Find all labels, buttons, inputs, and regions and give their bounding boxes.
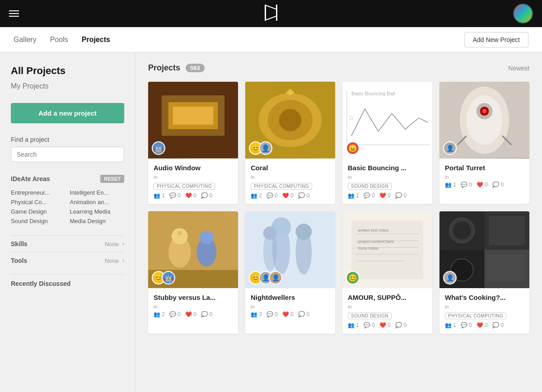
ideate-item-animation[interactable]: Animation an...: [70, 199, 125, 205]
sub-nav: Gallery Pools Projects Add New Project: [0, 27, 542, 52]
svg-point-29: [200, 231, 213, 244]
user-avatar[interactable]: [513, 4, 533, 23]
stat-likes: ❤️ 0: [379, 322, 391, 328]
nav-projects[interactable]: Projects: [82, 36, 110, 44]
stat-comments: 💬 0: [364, 192, 375, 199]
sort-label[interactable]: Newest: [508, 65, 529, 72]
project-in: in: [348, 304, 427, 309]
stat-likes: ❤️ 0: [185, 192, 196, 199]
stat-views: 💭 0: [395, 322, 406, 328]
project-thumb-audio-window: 🤖: [148, 82, 238, 159]
stat-likes: ❤️ 0: [379, 192, 391, 199]
project-info: Basic Bouncing ... in SOUND DESIGN 👥 1 💬…: [342, 159, 432, 204]
my-projects-link[interactable]: My Projects: [11, 82, 124, 90]
tools-value: None: [105, 257, 119, 264]
project-stats: 👥 3 💬 0 ❤️ 0 💭 0: [251, 311, 330, 317]
project-title: Basic Bouncing ...: [348, 164, 427, 172]
project-card-whats-cooking[interactable]: 👤 What's Cooking?... in PHYSICAL COMPUTI…: [439, 211, 529, 334]
svg-rect-1: [276, 5, 277, 21]
project-thumb-basic-bouncing: Basic Bouncing Ball 😠: [342, 82, 432, 159]
stat-likes: ❤️ 0: [477, 182, 488, 188]
project-title: AMOUR, SUPPÔ...: [348, 294, 427, 301]
stat-members: 👥 2: [251, 192, 262, 199]
stat-comments: 💬 0: [461, 182, 472, 188]
hamburger-menu[interactable]: [9, 10, 19, 17]
nav-gallery[interactable]: Gallery: [14, 36, 37, 44]
stat-comments: 💬 0: [266, 192, 278, 199]
avatar: 👤: [443, 141, 457, 155]
project-avatars: 🤖: [152, 141, 165, 155]
project-tag: SOUND DESIGN: [348, 183, 392, 190]
project-in: in: [445, 304, 524, 309]
project-avatars: 👤: [443, 141, 457, 155]
reset-button[interactable]: RESET: [100, 175, 124, 183]
project-info: Stubby versus La... in 👥 2 💬 0 ❤️ 0 💭 0: [148, 288, 238, 323]
project-title: Audio Window: [154, 164, 233, 172]
project-info: Nightdwellers in 👥 3 💬 0 ❤️ 0 💭 0: [245, 288, 335, 323]
stat-views: 💭 0: [298, 311, 309, 317]
projects-title: Projects: [148, 63, 180, 73]
stat-members: 👥 3: [251, 311, 262, 317]
project-card-stubby[interactable]: 😊 🤖 Stubby versus La... in 👥 2 💬 0 ❤️ 0 …: [148, 211, 238, 334]
skills-label: Skills: [11, 240, 28, 247]
stat-views: 💭 0: [492, 322, 504, 328]
avatar: 👤: [443, 271, 457, 285]
ideate-item-intelligent[interactable]: Intelligent En...: [70, 189, 125, 196]
project-in: in: [154, 174, 233, 180]
project-tag: PHYSICAL COMPUTING: [154, 183, 215, 190]
project-title: What's Cooking?...: [445, 294, 524, 301]
project-info: Audio Window in PHYSICAL COMPUTING 👥 1 💬…: [148, 159, 238, 204]
project-info: AMOUR, SUPPÔ... in SOUND DESIGN 👥 1 💬 0 …: [342, 288, 432, 334]
svg-text:project content here: project content here: [358, 239, 394, 244]
project-card-coral[interactable]: 😊 👤 Coral in PHYSICAL COMPUTING 👥 2 💬 0 …: [245, 82, 335, 204]
logo: [261, 3, 281, 24]
stat-views: 💭 0: [201, 192, 212, 199]
stat-views: 💭 0: [395, 192, 406, 199]
project-title: Nightdwellers: [251, 294, 330, 301]
add-project-button[interactable]: Add a new project: [11, 103, 124, 123]
ideate-item-game-design[interactable]: Game Design: [11, 208, 65, 215]
project-avatars: 😠: [346, 141, 360, 155]
svg-rect-5: [173, 107, 214, 125]
project-card-nightdwellers[interactable]: 😊 👤 👤 Nightdwellers in 👥 3 💬 0 ❤️ 0 💭 0: [245, 211, 335, 334]
stat-likes: ❤️ 0: [282, 311, 294, 317]
ideate-item-media-design[interactable]: Media Design: [70, 218, 125, 224]
recently-discussed-label: Recently Discussed: [11, 274, 124, 287]
svg-point-21: [482, 109, 487, 113]
stat-likes: ❤️ 0: [477, 322, 488, 328]
project-title: Stubby versus La...: [154, 294, 233, 301]
projects-count-badge: 563: [186, 64, 205, 72]
project-avatars: 😊: [346, 271, 360, 285]
project-title: Coral: [251, 164, 330, 172]
project-card-amour[interactable]: written text notes project content here …: [342, 211, 432, 334]
project-card-audio-window[interactable]: 🤖 Audio Window in PHYSICAL COMPUTING 👥 1…: [148, 82, 238, 204]
avatar: 🤖: [162, 271, 175, 285]
project-card-basic-bouncing[interactable]: Basic Bouncing Ball 😠 Basic Bouncing ...…: [342, 82, 432, 204]
stat-comments: 💬 0: [266, 311, 278, 317]
stat-members: 👥 1: [348, 322, 359, 328]
project-in: in: [251, 304, 330, 309]
svg-text:written text notes: written text notes: [358, 228, 389, 233]
find-project-label: Find a project: [11, 136, 124, 143]
ideate-item-entrepreneur[interactable]: Entrepreneur...: [11, 189, 65, 196]
project-thumb-stubby: 😊 🤖: [148, 211, 238, 288]
nav-pools[interactable]: Pools: [50, 36, 68, 44]
project-card-portal-turret[interactable]: 👤 Portal Turret in 👥 1 💬 0 ❤️ 0 💭 0: [439, 82, 529, 204]
svg-point-26: [172, 228, 188, 244]
project-in: in: [445, 174, 524, 180]
search-input[interactable]: [11, 147, 124, 162]
skills-chevron-icon: ›: [122, 241, 124, 247]
svg-point-37: [263, 226, 277, 240]
ideate-item-physical[interactable]: Physical Co...: [11, 199, 65, 205]
add-new-project-button[interactable]: Add New Project: [464, 32, 528, 47]
project-avatars: 😊 🤖: [152, 271, 175, 285]
svg-point-27: [178, 231, 182, 235]
project-avatars: 👤: [443, 271, 457, 285]
tools-filter-row[interactable]: Tools None ›: [11, 252, 124, 269]
ideate-item-sound-design[interactable]: Sound Design: [11, 218, 65, 224]
skills-filter-row[interactable]: Skills None ›: [11, 235, 124, 252]
ideate-item-learning-media[interactable]: Learning Media: [70, 208, 125, 215]
skills-filter: Skills None › Tools None ›: [11, 235, 124, 269]
stat-views: 💭 0: [298, 192, 309, 199]
stat-views: 💭 0: [201, 311, 212, 317]
